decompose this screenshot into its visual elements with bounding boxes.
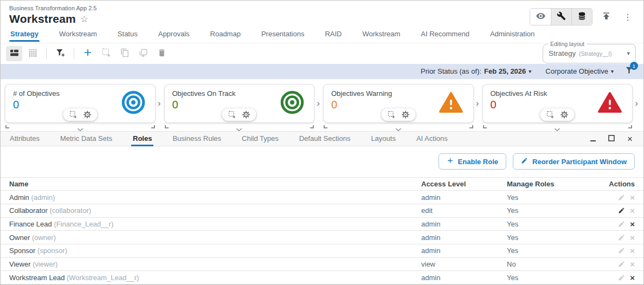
tab-roadmap[interactable]: Roadmap: [209, 29, 242, 42]
preview-button[interactable]: [530, 9, 551, 25]
delete-role-icon[interactable]: ×: [630, 274, 635, 282]
data-button[interactable]: [571, 9, 592, 25]
wrench-icon: [557, 11, 566, 22]
panel-tab-default-sections[interactable]: Default Sections: [299, 132, 351, 146]
resize-corner-right: [469, 125, 473, 128]
bullseye-icon: [121, 90, 145, 116]
select-widget-icon[interactable]: [546, 111, 555, 119]
chevron-right-icon[interactable]: ›: [633, 84, 640, 123]
edit-role-icon[interactable]: [618, 207, 625, 214]
tab-workstream[interactable]: Workstream: [58, 29, 98, 42]
panel-tab-ai-actions[interactable]: AI Actions: [416, 132, 448, 146]
copy-button[interactable]: [117, 46, 133, 61]
overflow-icon: ⋮: [623, 12, 632, 22]
panel-tab-attributes[interactable]: Attributes: [9, 132, 40, 146]
chevron-right-icon[interactable]: ›: [314, 84, 322, 123]
toolbar-divider: [74, 48, 74, 59]
delete-button[interactable]: [153, 46, 170, 61]
gear-icon[interactable]: [401, 111, 409, 119]
edit-role-icon[interactable]: [618, 247, 625, 254]
multi-select-icon: [101, 48, 111, 59]
card-resize-handles: [323, 123, 474, 131]
duplicate-button[interactable]: [135, 46, 151, 61]
panel-tab-business-rules[interactable]: Business Rules: [172, 132, 222, 146]
delete-role-icon[interactable]: ×: [630, 193, 635, 202]
tab-presentations[interactable]: Presentations: [260, 29, 306, 42]
objective-type-dropdown[interactable]: Corporate Objective ▾: [545, 67, 614, 75]
chevron-down-icon[interactable]: [555, 124, 561, 134]
kpi-title: Objectives At Risk: [491, 89, 548, 98]
editing-layout-select[interactable]: Editing layout Strategy (Strategy__l) ▾: [543, 44, 636, 63]
kpi-card-at-risk[interactable]: Objectives At Risk 0: [482, 84, 633, 123]
panel-tab-layouts[interactable]: Layouts: [370, 132, 396, 146]
tab-status[interactable]: Status: [117, 29, 139, 42]
overflow-menu-button[interactable]: ⋮: [620, 9, 636, 25]
tab-workstream-2[interactable]: Workstream: [361, 29, 401, 42]
add-filter-button[interactable]: [52, 46, 68, 61]
edit-role-icon[interactable]: [618, 221, 625, 228]
minimize-button[interactable]: [588, 134, 598, 144]
layout-view-button[interactable]: [6, 46, 22, 61]
prior-status-dropdown[interactable]: Prior Status (as of): Feb 25, 2026 ▾: [421, 67, 531, 75]
kpi-card-objectives[interactable]: # of Objectives 0: [5, 84, 156, 123]
select-widget-icon[interactable]: [69, 111, 77, 119]
close-icon: ×: [627, 134, 633, 144]
chevron-right-icon[interactable]: ›: [156, 84, 163, 123]
add-section-button[interactable]: [80, 46, 96, 61]
multi-select-button[interactable]: [98, 46, 114, 61]
filter-button[interactable]: 1: [624, 66, 634, 77]
maximize-button[interactable]: [607, 134, 616, 144]
table-row-collaborator: Collaborator (collaborator) edit Yes ×: [1, 204, 643, 218]
chevron-right-icon[interactable]: ›: [474, 84, 481, 123]
delete-role-icon[interactable]: ×: [630, 260, 635, 268]
main-nav-tabs: Strategy Workstream Status Approvals Roa…: [1, 29, 643, 43]
app-name: Business Transformation App 2.5: [9, 5, 96, 11]
add-icon: [83, 48, 93, 59]
kpi-title: # of Objectives: [13, 89, 60, 98]
favorite-star-icon[interactable]: ☆: [80, 14, 88, 25]
plus-icon: [447, 157, 454, 166]
kpi-card-on-track[interactable]: Objectives On Track 0: [164, 84, 315, 123]
gear-icon[interactable]: [561, 111, 569, 119]
table-row-sponsor: Sponsor (sponsor) admin Yes ×: [1, 244, 643, 258]
gear-icon[interactable]: [242, 111, 250, 119]
gear-icon[interactable]: [83, 111, 91, 119]
select-widget-icon[interactable]: [228, 111, 236, 119]
panel-tab-metric-data-sets[interactable]: Metric Data Sets: [60, 132, 113, 146]
tab-administration[interactable]: Administration: [489, 29, 536, 42]
kpi-card-warning[interactable]: Objectives Warning 0: [323, 84, 474, 123]
select-widget-icon[interactable]: [387, 111, 395, 119]
tab-strategy[interactable]: Strategy: [9, 29, 40, 42]
panel-window-controls: ×: [588, 134, 635, 144]
edit-role-icon[interactable]: [618, 261, 625, 268]
table-row-finance-lead: Finance Lead (Finance_Lead__r) admin Yes…: [1, 218, 643, 231]
app-window: Business Transformation App 2.5 Workstre…: [0, 0, 644, 285]
edit-role-icon[interactable]: [618, 274, 625, 281]
kpi-slot-objectives: # of Objectives 0 ›: [5, 84, 164, 132]
trash-icon: [157, 48, 166, 59]
panel-tab-roles[interactable]: Roles: [132, 132, 152, 146]
publish-button[interactable]: [598, 9, 614, 25]
kpi-title: Objectives Warning: [331, 89, 392, 98]
resize-corner-left: [5, 125, 9, 128]
tab-approvals[interactable]: Approvals: [157, 29, 191, 42]
table-row-viewer: Viewer (viewer) view No ×: [1, 258, 643, 271]
delete-role-icon[interactable]: ×: [630, 220, 635, 228]
copy-icon: [120, 48, 130, 59]
delete-role-icon[interactable]: ×: [630, 234, 635, 242]
tab-ai-recommend[interactable]: AI Recommend: [420, 29, 471, 42]
close-button[interactable]: ×: [625, 134, 635, 144]
tab-raid[interactable]: RAID: [324, 29, 343, 42]
edit-role-icon[interactable]: [618, 194, 625, 201]
reorder-participant-window-button[interactable]: Reorder Participant Window: [513, 153, 635, 170]
resize-corner-left: [165, 125, 169, 128]
delete-role-icon[interactable]: ×: [630, 247, 635, 255]
pencil-icon: [521, 157, 528, 166]
panel-tab-child-types[interactable]: Child Types: [241, 132, 279, 146]
configure-button[interactable]: [551, 9, 571, 25]
enable-role-button[interactable]: Enable Role: [439, 153, 506, 170]
edit-role-icon[interactable]: [618, 234, 625, 241]
column-header-name: Name: [9, 180, 421, 188]
grid-view-button[interactable]: [24, 46, 41, 61]
delete-role-icon[interactable]: ×: [630, 206, 635, 215]
